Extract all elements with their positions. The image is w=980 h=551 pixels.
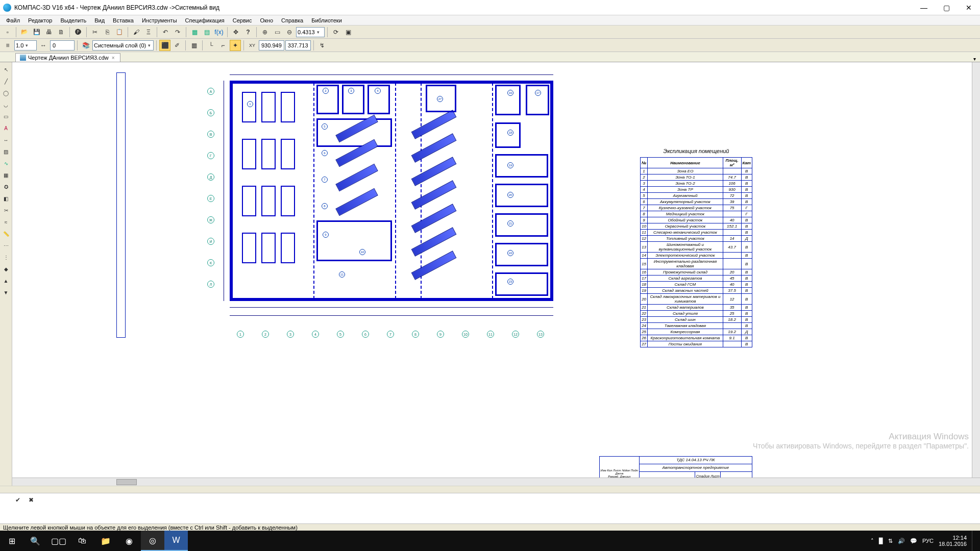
document-tab[interactable]: Чертеж ДАниил ВЕРСИЯ3.cdw ×: [15, 53, 120, 62]
grid-toggle[interactable]: [188, 40, 200, 51]
zoom-window-button[interactable]: [272, 27, 283, 38]
word-icon[interactable]: W: [164, 531, 188, 551]
refresh-button[interactable]: ⟳: [330, 27, 341, 38]
explication-row: 24Такелажная кладоваяВ: [641, 323, 752, 329]
tool-table[interactable]: ▦: [1, 170, 11, 180]
spacer-bar: [0, 486, 980, 493]
new-button[interactable]: [2, 27, 13, 38]
tool-more5[interactable]: ▼: [1, 287, 11, 297]
property-panel: ✔ ✖: [0, 493, 980, 523]
mgr-button[interactable]: ▦: [189, 27, 200, 38]
undo-button[interactable]: [160, 27, 171, 38]
tool-line[interactable]: ╱: [1, 76, 11, 86]
taskview-button[interactable]: ▢▢: [47, 531, 70, 551]
tray-lang[interactable]: РУС: [922, 538, 934, 544]
prop-cancel-icon[interactable]: ✖: [26, 494, 37, 506]
measure-button[interactable]: ✐: [172, 40, 183, 51]
break-button[interactable]: ↯: [316, 40, 328, 51]
zoom-combo[interactable]: 0.4313▾: [296, 27, 325, 37]
tool-modify[interactable]: ✂: [1, 205, 11, 215]
menu-service[interactable]: Сервис: [229, 16, 256, 24]
chrome-icon[interactable]: ◉: [117, 531, 141, 551]
close-button[interactable]: ✕: [958, 1, 980, 15]
drag-button[interactable]: ✥: [230, 27, 241, 38]
menu-view[interactable]: Вид: [90, 16, 109, 24]
tool-measure[interactable]: 📏: [1, 229, 11, 239]
tray-network-icon[interactable]: ⇅: [888, 538, 893, 544]
save-button[interactable]: [31, 27, 42, 38]
tool-more3[interactable]: ◆: [1, 264, 11, 274]
paste-button[interactable]: [114, 27, 125, 38]
doc-icon: [20, 55, 26, 61]
cut-button[interactable]: [89, 27, 101, 38]
open-button[interactable]: [19, 27, 30, 38]
app-logo-icon: [3, 4, 11, 12]
tool-rect[interactable]: ▭: [1, 111, 11, 121]
preview-button[interactable]: 🗎: [56, 27, 67, 38]
kompas-icon[interactable]: ◎: [141, 531, 164, 551]
tool-more4[interactable]: ▲: [1, 276, 11, 286]
properties-button[interactable]: 🅟: [72, 27, 84, 38]
lineweight-combo[interactable]: 1.0▾: [14, 40, 37, 51]
tab-overflow-icon[interactable]: ▾: [973, 56, 976, 62]
menu-window[interactable]: Окно: [256, 16, 277, 24]
menu-edit[interactable]: Редактор: [24, 16, 56, 24]
tab-close-icon[interactable]: ×: [111, 55, 116, 61]
tool-symbol[interactable]: ✪: [1, 182, 11, 192]
hscroll-thumb[interactable]: [116, 479, 137, 485]
menu-file[interactable]: Файл: [2, 16, 24, 24]
print-button[interactable]: [43, 27, 55, 38]
highlight-button[interactable]: ⬛: [159, 40, 170, 51]
menu-insert[interactable]: Вставка: [109, 16, 138, 24]
tool-circle[interactable]: ◯: [1, 88, 11, 98]
tool-select[interactable]: ↖: [1, 64, 11, 74]
panes-button[interactable]: ▣: [342, 27, 354, 38]
menu-help[interactable]: Справка: [277, 16, 307, 24]
drawing-canvas[interactable]: АБВГДЕЖИКЛ 12345678910111213 23427161718…: [12, 62, 980, 486]
local-cs-button[interactable]: ✦: [230, 40, 241, 51]
prop-apply-icon[interactable]: ✔: [12, 494, 23, 506]
menu-spec[interactable]: Спецификация: [181, 16, 229, 24]
maximize-button[interactable]: ▢: [935, 1, 958, 15]
tray-volume-icon[interactable]: 🔊: [898, 538, 905, 544]
tool-dim[interactable]: ↔: [1, 135, 11, 145]
tray-clock[interactable]: 12:14 18.01.2016: [939, 535, 967, 547]
tray-battery-icon[interactable]: ▉: [879, 538, 883, 544]
horizontal-scrollbar[interactable]: [12, 478, 980, 486]
help-button[interactable]: [242, 27, 254, 38]
style-button[interactable]: Ξ: [143, 27, 154, 38]
copy-button[interactable]: [102, 27, 113, 38]
store-icon[interactable]: 🛍: [70, 531, 94, 551]
fx-button[interactable]: f(x): [213, 27, 225, 38]
tool-block[interactable]: ◧: [1, 193, 11, 204]
tray-notif-icon[interactable]: 💬: [910, 538, 917, 544]
zoom-out-button[interactable]: [284, 27, 295, 38]
redo-button[interactable]: [172, 27, 183, 38]
layer-combo[interactable]: Системный слой (0)▾: [92, 40, 154, 51]
format-painter-button[interactable]: 🖌: [131, 27, 142, 38]
tray-chevron-icon[interactable]: ˄: [871, 538, 874, 544]
tool-param[interactable]: ≈: [1, 217, 11, 227]
room-callout: 19: [507, 162, 513, 168]
round-toggle[interactable]: ⌐: [217, 40, 229, 51]
tool-more2[interactable]: ⋮: [1, 252, 11, 262]
ortho-toggle[interactable]: [205, 40, 216, 51]
explorer-icon[interactable]: 📁: [94, 531, 117, 551]
menu-libs[interactable]: Библиотеки: [307, 16, 346, 24]
step-input[interactable]: 0: [50, 40, 75, 51]
vars-button[interactable]: ▤: [201, 27, 212, 38]
tool-hatch[interactable]: ▨: [1, 146, 11, 157]
show-desktop-button[interactable]: [972, 531, 975, 551]
explication-row: 7Кузнечно-кузовной участок75Г: [641, 205, 752, 211]
menu-tools[interactable]: Инструменты: [138, 16, 181, 24]
minimize-button[interactable]: —: [913, 1, 935, 15]
tool-arc[interactable]: ◡: [1, 99, 11, 110]
zoom-in-button[interactable]: [259, 27, 271, 38]
tool-spline[interactable]: ∿: [1, 158, 11, 168]
start-button[interactable]: ⊞: [0, 531, 23, 551]
menu-select[interactable]: Выделить: [56, 16, 90, 24]
tool-text[interactable]: A: [1, 123, 11, 133]
search-button[interactable]: 🔍: [23, 531, 47, 551]
vertical-scrollbar[interactable]: [972, 62, 980, 478]
tool-more1[interactable]: ⋯: [1, 240, 11, 251]
